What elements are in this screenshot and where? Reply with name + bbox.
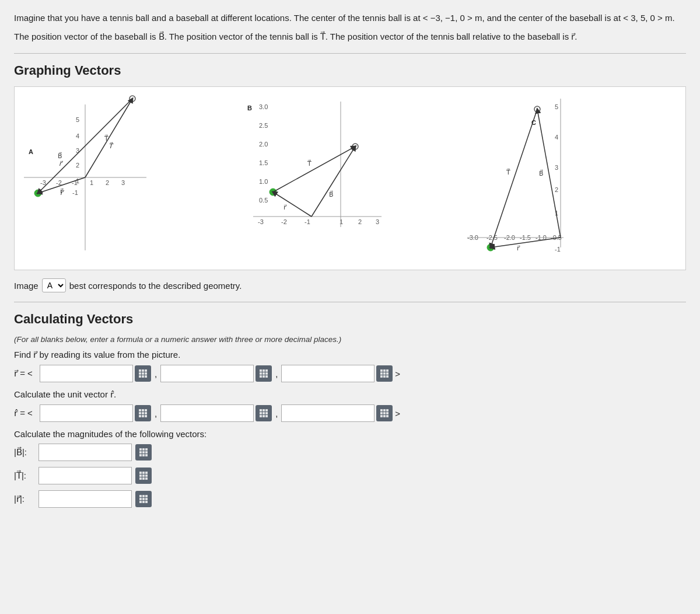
svg-text:2: 2 [106, 179, 109, 186]
svg-rect-140 [142, 472, 145, 474]
svg-text:-1: -1 [72, 189, 78, 196]
svg-rect-126 [386, 412, 388, 414]
svg-text:1: 1 [76, 177, 79, 184]
r-input-group-2 [160, 365, 272, 382]
svg-line-46 [273, 146, 355, 192]
svg-rect-145 [139, 477, 142, 480]
svg-rect-109 [139, 415, 141, 417]
rhat-grid-btn-1[interactable] [135, 405, 151, 421]
calculating-subtitle: (For all blanks below, enter a formula o… [14, 335, 686, 344]
svg-text:2: 2 [76, 162, 79, 169]
r-vector-label: r⃗ = < [14, 368, 37, 379]
magnitudes-section: Calculate the magnitudes of the followin… [14, 429, 686, 508]
r-input-group-1 [40, 365, 151, 382]
rhat-input-z[interactable] [281, 404, 374, 422]
intro-line2: The position vector of the baseball is B… [14, 29, 686, 44]
mag-r-input[interactable] [38, 490, 132, 508]
svg-rect-106 [139, 412, 141, 414]
svg-rect-151 [139, 498, 142, 500]
svg-text:B⃗: B⃗ [539, 169, 544, 177]
svg-rect-92 [262, 375, 265, 378]
svg-rect-136 [139, 454, 142, 456]
image-label: Image [14, 281, 38, 291]
svg-text:T⃗: T⃗ [506, 168, 510, 176]
graphing-title: Graphing Vectors [14, 63, 686, 78]
calculating-title: Calculating Vectors [14, 312, 686, 327]
svg-rect-116 [262, 412, 265, 414]
r-grid-btn-3[interactable] [376, 365, 393, 382]
svg-rect-93 [265, 375, 268, 378]
r-vector-row: r⃗ = < , [14, 365, 686, 382]
svg-text:T⃗: T⃗ [108, 142, 114, 149]
svg-rect-156 [145, 501, 148, 503]
rhat-input-y[interactable] [160, 404, 254, 422]
r-grid-btn-1[interactable] [135, 365, 151, 382]
svg-rect-77 [142, 369, 144, 372]
svg-text:1: 1 [340, 218, 343, 225]
svg-text:r⃗: r⃗ [284, 204, 287, 211]
r-input-y[interactable] [160, 365, 254, 382]
svg-rect-143 [142, 475, 145, 477]
svg-rect-97 [380, 372, 383, 375]
svg-rect-91 [260, 375, 262, 378]
svg-rect-87 [265, 369, 268, 372]
svg-rect-98 [383, 372, 386, 375]
svg-rect-154 [139, 501, 142, 503]
svg-rect-114 [265, 409, 268, 411]
svg-rect-99 [386, 372, 388, 375]
svg-text:4: 4 [555, 134, 558, 141]
svg-rect-125 [383, 412, 386, 414]
svg-text:3: 3 [121, 179, 125, 186]
image-dropdown[interactable]: A B C [42, 278, 66, 292]
svg-rect-144 [145, 475, 148, 477]
svg-rect-121 [380, 409, 383, 411]
r-input-z[interactable] [281, 365, 374, 382]
graph-a-panel: -3 -2 -1 1 2 3 5 4 3 2 1 -1 A [18, 93, 236, 264]
r-input-x[interactable] [40, 365, 133, 382]
unit-vector-label: Calculate the unit vector r̂. [14, 389, 686, 400]
svg-text:2: 2 [555, 186, 558, 193]
svg-rect-127 [380, 415, 383, 417]
graph-c-svg: C 5 4 3 2 1 -1 -3.0 -2.5 -2.0 -1.5 -1.0 … [464, 93, 581, 262]
mag-t-row: |T⃗|: [14, 467, 686, 484]
mag-t-input[interactable] [38, 467, 132, 484]
rhat-grid-btn-3[interactable] [376, 405, 393, 421]
svg-text:T⃗: T⃗ [104, 134, 108, 142]
svg-text:-3: -3 [258, 218, 264, 225]
svg-text:r⃗: r⃗ [59, 160, 64, 167]
svg-text:B⃗: B⃗ [329, 190, 334, 198]
svg-rect-123 [386, 409, 388, 411]
mag-b-symbol: |B⃗|: [14, 447, 35, 458]
comma-2: , [275, 369, 278, 379]
r-grid-btn-2[interactable] [256, 365, 272, 382]
svg-text:A: A [29, 148, 33, 155]
svg-rect-142 [139, 475, 142, 477]
rhat-grid-btn-2[interactable] [256, 405, 272, 421]
svg-text:-1: -1 [555, 246, 561, 253]
svg-text:2.5: 2.5 [259, 122, 268, 129]
svg-rect-152 [142, 498, 145, 500]
graph-b-panel: B 3.0 2.5 2.0 1.5 1.0 0.5 -3 -2 -1 1 2 3 [242, 93, 459, 264]
svg-rect-80 [142, 372, 144, 375]
svg-rect-84 [145, 375, 147, 378]
rhat-input-x[interactable] [40, 404, 133, 422]
svg-rect-129 [386, 415, 388, 417]
svg-rect-135 [145, 451, 148, 453]
svg-rect-141 [145, 472, 148, 474]
mag-t-grid-btn[interactable] [135, 468, 152, 484]
svg-rect-82 [139, 375, 141, 378]
mag-b-grid-btn[interactable] [135, 444, 152, 461]
mag-r-grid-btn[interactable] [135, 491, 152, 507]
svg-text:B: B [247, 104, 252, 111]
svg-text:r⃗: r⃗ [517, 245, 520, 252]
svg-rect-139 [139, 472, 142, 474]
comma-3: , [155, 409, 157, 418]
graph-a-svg: -3 -2 -1 1 2 3 5 4 3 2 1 -1 A [18, 93, 152, 262]
image-select-suffix: best corresponds to the described geomet… [69, 281, 242, 291]
svg-rect-122 [383, 409, 386, 411]
divider-1 [14, 53, 686, 54]
svg-rect-150 [145, 495, 148, 497]
mag-b-input[interactable] [38, 444, 132, 461]
svg-rect-100 [380, 375, 383, 378]
svg-rect-85 [260, 369, 262, 372]
